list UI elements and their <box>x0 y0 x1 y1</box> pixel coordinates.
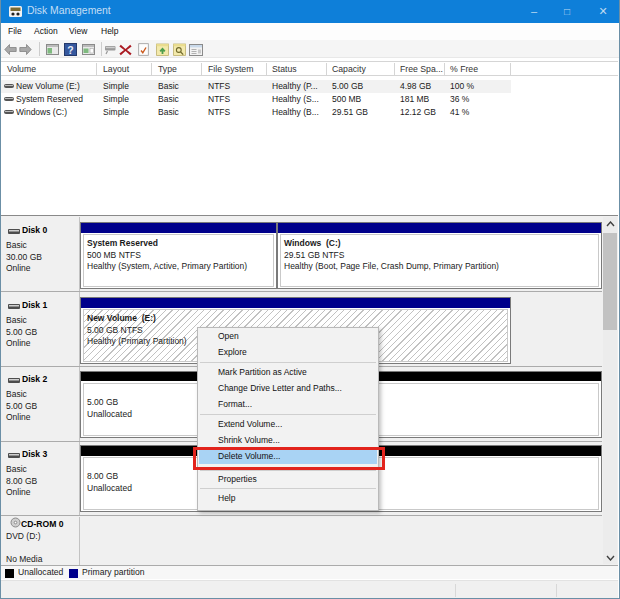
svg-text:?: ? <box>67 44 73 56</box>
